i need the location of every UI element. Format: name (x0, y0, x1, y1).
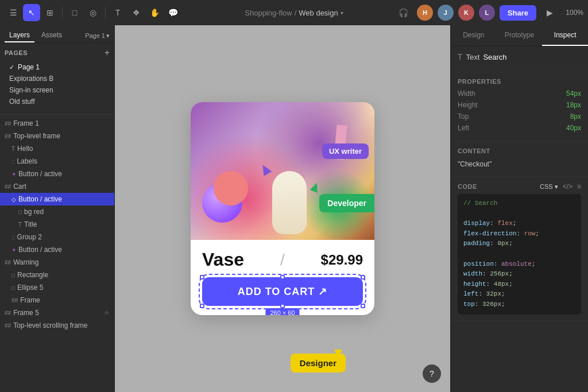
tab-assets[interactable]: Assets (37, 29, 67, 42)
code-line-blank2 (463, 249, 575, 259)
prop-top: Top 8px (458, 112, 581, 121)
frame-icon: ## (5, 133, 11, 139)
layer-button-active[interactable]: ✦ Button / active (0, 168, 114, 180)
properties-label: Properties (458, 78, 581, 85)
layer-label: Button / active (18, 170, 62, 178)
layer-title[interactable]: T Title (0, 218, 114, 231)
layer-top-scrolling[interactable]: ## Top-level scrolling frame (0, 319, 114, 332)
layer-label: bg red (24, 208, 44, 216)
layer-frame5[interactable]: ## Frame 5 👁 (0, 306, 114, 319)
tab-inspect[interactable]: Inspect (542, 25, 588, 46)
type-value: Search (483, 53, 506, 61)
group-icon: :: (11, 158, 15, 165)
layer-label: Frame 5 (13, 309, 39, 317)
content-section: Content "Checkout" (451, 142, 588, 177)
layer-button-active-3[interactable]: ✦ Button / active (0, 243, 114, 256)
help-button[interactable]: ? (423, 364, 441, 383)
layer-hello[interactable]: T Hello (0, 142, 114, 155)
layer-frame-inner[interactable]: ## Frame (0, 294, 114, 306)
text-type-icon: T (458, 52, 463, 61)
code-view-raw-button[interactable]: </> (563, 183, 572, 191)
handle-bl (200, 304, 204, 308)
page-item-signin[interactable]: Sign-in screen (5, 84, 110, 96)
type-label: Text (466, 53, 480, 61)
layer-group2[interactable]: :: Group 2 (0, 231, 114, 243)
prop-val-width: 54px (566, 90, 581, 98)
layer-label: Rectangle (17, 271, 48, 279)
add-page-button[interactable]: + (105, 48, 110, 58)
add-to-cart-wrapper: ADD TO CART ↗ 260 × 60 (191, 277, 374, 315)
toolbar: ☰ ↖ ⊞ □ ◎ T ❖ ✋ 💬 Shopping-flow / Web de… (0, 0, 588, 25)
type-row: T Text Search (458, 52, 581, 61)
canvas-content: UX writer Developer Vase / $29.99 ADD TO… (191, 102, 374, 315)
badge-designer: Designer (291, 354, 346, 372)
handle-bm (280, 304, 285, 308)
code-line-top: top: 326px; (463, 300, 575, 310)
code-block: // Search display: flex; flex-direction:… (458, 194, 581, 315)
prop-val-height: 18px (566, 101, 581, 109)
share-button[interactable]: Share (500, 5, 536, 21)
code-line-flex-dir: flex-direction: row; (463, 229, 575, 239)
layer-label: Frame (20, 296, 40, 304)
tool-group-left: ☰ ↖ ⊞ □ ◎ T ❖ ✋ 💬 (5, 4, 181, 21)
avatar-2: J (438, 5, 454, 21)
rect-tool[interactable]: □ (66, 4, 83, 21)
page-item-page1[interactable]: ✓ Page 1 (5, 61, 110, 73)
card-info: Vase / $29.99 (191, 240, 374, 277)
layer-label: Hello (17, 145, 33, 153)
menu-icon[interactable]: ☰ (5, 4, 22, 21)
code-line-position: position: absolute; (463, 259, 575, 270)
layer-bg-red[interactable]: □ bg red (0, 205, 114, 218)
layer-warning[interactable]: ## Warning (0, 256, 114, 269)
tab-design[interactable]: Design (451, 25, 497, 46)
page-item-oldstuff[interactable]: Old stuff (5, 96, 110, 107)
handle-tr (361, 275, 365, 280)
sep2 (105, 7, 106, 18)
code-menu-button[interactable]: ≡ (577, 183, 581, 191)
headphone-icon[interactable]: 🎧 (395, 4, 412, 21)
layer-label: Warning (13, 258, 38, 266)
tab-prototype[interactable]: Prototype (497, 25, 543, 46)
select-tool[interactable]: ↖ (23, 4, 40, 21)
handle-tm (280, 275, 285, 280)
layer-button-active-selected[interactable]: ◇ Button / active (0, 193, 114, 205)
avatar-3: K (458, 5, 474, 21)
layer-frame1[interactable]: ## Frame 1 (0, 117, 114, 130)
title-separator: / (295, 9, 297, 17)
layer-cart[interactable]: ## Cart (0, 180, 114, 193)
vase-shape (272, 171, 307, 234)
code-lang[interactable]: CSS ▾ (540, 183, 558, 191)
frame-icon: ## (5, 323, 11, 329)
page-item-explorations[interactable]: Explorations B (5, 73, 110, 84)
dropdown-icon[interactable]: ▾ (341, 10, 343, 16)
layer-label: Group 2 (17, 233, 42, 241)
prop-left: Left 40px (458, 124, 581, 132)
left-panel: Layers Assets Page 1 ▾ Pages + ✓ Page 1 … (0, 25, 115, 392)
toolbar-right: 🎧 H J K L Share ▶ 100% (395, 4, 583, 21)
page-selector[interactable]: Page 1 ▾ (85, 32, 110, 40)
layer-top-level-frame[interactable]: ## Top-level frame (0, 130, 114, 142)
canvas: UX writer Developer Vase / $29.99 ADD TO… (115, 25, 450, 392)
frame-icon: ## (5, 310, 11, 316)
layer-ellipse5[interactable]: □ Ellipse 5 (0, 281, 114, 294)
page-item-label: Old stuff (9, 98, 34, 106)
add-to-cart-button[interactable]: ADD TO CART ↗ (202, 277, 363, 306)
shape-tool[interactable]: ◎ (84, 4, 102, 21)
visibility-icon[interactable]: 👁 (104, 310, 110, 316)
play-button[interactable]: ▶ (541, 4, 558, 21)
text-tool[interactable]: T (109, 4, 126, 21)
layer-label: Top-level scrolling frame (13, 321, 87, 329)
component-icon: ◇ (11, 196, 16, 203)
layer-label: Frame 1 (13, 119, 39, 127)
badge-ux-writer: UX writer (322, 143, 369, 159)
comment-tool[interactable]: 💬 (164, 4, 181, 21)
frame-tool[interactable]: ⊞ (41, 4, 59, 21)
handle-tl (200, 275, 204, 280)
layers-section: ## Frame 1 ## Top-level frame T Hello ::… (0, 117, 114, 392)
tab-layers[interactable]: Layers (5, 29, 34, 42)
layer-rectangle[interactable]: □ Rectangle (0, 269, 114, 281)
hand-tool[interactable]: ✋ (146, 4, 163, 21)
layer-labels[interactable]: :: Labels (0, 155, 114, 168)
add-to-cart-arrow: ↗ (318, 285, 327, 298)
component-tool[interactable]: ❖ (127, 4, 145, 21)
